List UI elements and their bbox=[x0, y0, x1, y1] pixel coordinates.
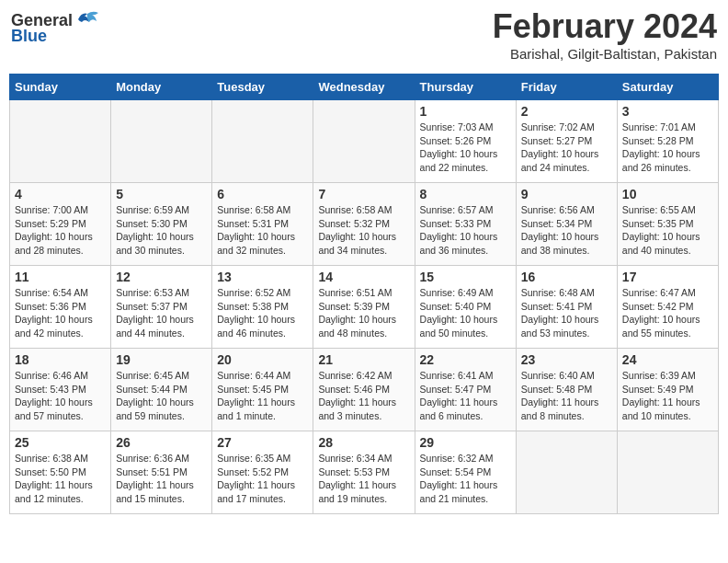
calendar-cell bbox=[516, 431, 617, 514]
day-number: 27 bbox=[217, 435, 308, 450]
day-info: Sunrise: 6:58 AM Sunset: 5:32 PM Dayligh… bbox=[318, 203, 409, 258]
calendar-cell bbox=[10, 100, 111, 183]
day-info: Sunrise: 6:56 AM Sunset: 5:34 PM Dayligh… bbox=[521, 203, 612, 258]
calendar-cell: 11Sunrise: 6:54 AM Sunset: 5:36 PM Dayli… bbox=[10, 266, 111, 349]
calendar-header-row: SundayMondayTuesdayWednesdayThursdayFrid… bbox=[10, 75, 719, 100]
day-info: Sunrise: 6:59 AM Sunset: 5:30 PM Dayligh… bbox=[116, 203, 207, 258]
day-info: Sunrise: 6:49 AM Sunset: 5:40 PM Dayligh… bbox=[420, 286, 511, 340]
calendar-cell: 13Sunrise: 6:52 AM Sunset: 5:38 PM Dayli… bbox=[212, 266, 313, 349]
day-info: Sunrise: 6:38 AM Sunset: 5:50 PM Dayligh… bbox=[15, 452, 106, 506]
calendar-cell: 15Sunrise: 6:49 AM Sunset: 5:40 PM Dayli… bbox=[415, 266, 516, 349]
day-number: 2 bbox=[521, 104, 612, 119]
day-info: Sunrise: 6:39 AM Sunset: 5:49 PM Dayligh… bbox=[622, 369, 713, 423]
day-info: Sunrise: 6:47 AM Sunset: 5:42 PM Dayligh… bbox=[622, 286, 713, 340]
day-number: 20 bbox=[217, 352, 308, 367]
calendar-cell: 16Sunrise: 6:48 AM Sunset: 5:41 PM Dayli… bbox=[516, 266, 617, 349]
day-info: Sunrise: 6:55 AM Sunset: 5:35 PM Dayligh… bbox=[622, 203, 713, 258]
title-block: February 2024 Barishal, Gilgit-Baltistan… bbox=[493, 7, 717, 62]
calendar-cell: 29Sunrise: 6:32 AM Sunset: 5:54 PM Dayli… bbox=[415, 431, 516, 514]
day-number: 16 bbox=[521, 270, 612, 284]
day-info: Sunrise: 6:52 AM Sunset: 5:38 PM Dayligh… bbox=[217, 286, 308, 340]
calendar-cell: 1Sunrise: 7:03 AM Sunset: 5:26 PM Daylig… bbox=[415, 100, 516, 183]
calendar-cell: 25Sunrise: 6:38 AM Sunset: 5:50 PM Dayli… bbox=[10, 431, 111, 514]
calendar-cell: 9Sunrise: 6:56 AM Sunset: 5:34 PM Daylig… bbox=[516, 183, 617, 266]
column-header-wednesday: Wednesday bbox=[313, 75, 415, 100]
calendar-cell: 28Sunrise: 6:34 AM Sunset: 5:53 PM Dayli… bbox=[313, 431, 415, 514]
calendar-cell: 27Sunrise: 6:35 AM Sunset: 5:52 PM Dayli… bbox=[212, 431, 313, 514]
day-number: 18 bbox=[15, 352, 106, 367]
calendar-cell: 26Sunrise: 6:36 AM Sunset: 5:51 PM Dayli… bbox=[111, 431, 212, 514]
day-number: 11 bbox=[15, 270, 106, 284]
day-info: Sunrise: 6:40 AM Sunset: 5:48 PM Dayligh… bbox=[521, 369, 612, 423]
column-header-sunday: Sunday bbox=[10, 75, 111, 100]
month-year-title: February 2024 bbox=[493, 7, 717, 46]
calendar-cell: 10Sunrise: 6:55 AM Sunset: 5:35 PM Dayli… bbox=[617, 183, 718, 266]
day-number: 6 bbox=[217, 187, 308, 201]
day-number: 5 bbox=[116, 187, 207, 201]
day-number: 1 bbox=[420, 104, 511, 119]
calendar-cell: 8Sunrise: 6:57 AM Sunset: 5:33 PM Daylig… bbox=[415, 183, 516, 266]
calendar-cell: 5Sunrise: 6:59 AM Sunset: 5:30 PM Daylig… bbox=[111, 183, 212, 266]
day-info: Sunrise: 6:46 AM Sunset: 5:43 PM Dayligh… bbox=[15, 369, 106, 423]
calendar-cell bbox=[617, 431, 718, 514]
calendar-week-row: 18Sunrise: 6:46 AM Sunset: 5:43 PM Dayli… bbox=[10, 349, 719, 431]
calendar-cell: 12Sunrise: 6:53 AM Sunset: 5:37 PM Dayli… bbox=[111, 266, 212, 349]
calendar-cell: 7Sunrise: 6:58 AM Sunset: 5:32 PM Daylig… bbox=[313, 183, 415, 266]
calendar-week-row: 1Sunrise: 7:03 AM Sunset: 5:26 PM Daylig… bbox=[10, 100, 719, 183]
day-info: Sunrise: 6:42 AM Sunset: 5:46 PM Dayligh… bbox=[318, 369, 409, 423]
day-number: 23 bbox=[521, 352, 612, 367]
day-number: 21 bbox=[318, 352, 409, 367]
calendar-cell: 21Sunrise: 6:42 AM Sunset: 5:46 PM Dayli… bbox=[313, 349, 415, 431]
day-number: 7 bbox=[318, 187, 409, 201]
day-number: 25 bbox=[15, 435, 106, 450]
day-info: Sunrise: 6:57 AM Sunset: 5:33 PM Dayligh… bbox=[420, 203, 511, 258]
day-info: Sunrise: 6:41 AM Sunset: 5:47 PM Dayligh… bbox=[420, 369, 511, 423]
column-header-tuesday: Tuesday bbox=[212, 75, 313, 100]
day-info: Sunrise: 6:45 AM Sunset: 5:44 PM Dayligh… bbox=[116, 369, 207, 423]
day-number: 15 bbox=[420, 270, 511, 284]
day-info: Sunrise: 6:53 AM Sunset: 5:37 PM Dayligh… bbox=[116, 286, 207, 340]
calendar-cell: 23Sunrise: 6:40 AM Sunset: 5:48 PM Dayli… bbox=[516, 349, 617, 431]
column-header-monday: Monday bbox=[111, 75, 212, 100]
day-info: Sunrise: 6:35 AM Sunset: 5:52 PM Dayligh… bbox=[217, 452, 308, 506]
day-number: 29 bbox=[420, 435, 511, 450]
calendar-cell: 19Sunrise: 6:45 AM Sunset: 5:44 PM Dayli… bbox=[111, 349, 212, 431]
calendar-cell: 18Sunrise: 6:46 AM Sunset: 5:43 PM Dayli… bbox=[10, 349, 111, 431]
calendar-cell: 24Sunrise: 6:39 AM Sunset: 5:49 PM Dayli… bbox=[617, 349, 718, 431]
day-number: 28 bbox=[318, 435, 409, 450]
calendar-week-row: 11Sunrise: 6:54 AM Sunset: 5:36 PM Dayli… bbox=[10, 266, 719, 349]
day-info: Sunrise: 6:32 AM Sunset: 5:54 PM Dayligh… bbox=[420, 452, 511, 506]
day-number: 4 bbox=[15, 187, 106, 201]
day-info: Sunrise: 6:48 AM Sunset: 5:41 PM Dayligh… bbox=[521, 286, 612, 340]
calendar-week-row: 25Sunrise: 6:38 AM Sunset: 5:50 PM Dayli… bbox=[10, 431, 719, 514]
column-header-friday: Friday bbox=[516, 75, 617, 100]
calendar-cell: 14Sunrise: 6:51 AM Sunset: 5:39 PM Dayli… bbox=[313, 266, 415, 349]
day-number: 10 bbox=[622, 187, 713, 201]
calendar-cell bbox=[313, 100, 415, 183]
calendar-cell: 3Sunrise: 7:01 AM Sunset: 5:28 PM Daylig… bbox=[617, 100, 718, 183]
day-number: 26 bbox=[116, 435, 207, 450]
calendar-cell: 22Sunrise: 6:41 AM Sunset: 5:47 PM Dayli… bbox=[415, 349, 516, 431]
day-number: 12 bbox=[116, 270, 207, 284]
day-number: 24 bbox=[622, 352, 713, 367]
day-info: Sunrise: 6:54 AM Sunset: 5:36 PM Dayligh… bbox=[15, 286, 106, 340]
logo-block: General Blue bbox=[11, 11, 98, 46]
day-info: Sunrise: 6:44 AM Sunset: 5:45 PM Dayligh… bbox=[217, 369, 308, 423]
day-info: Sunrise: 6:36 AM Sunset: 5:51 PM Dayligh… bbox=[116, 452, 207, 506]
day-info: Sunrise: 6:34 AM Sunset: 5:53 PM Dayligh… bbox=[318, 452, 409, 506]
day-info: Sunrise: 6:58 AM Sunset: 5:31 PM Dayligh… bbox=[217, 203, 308, 258]
calendar-week-row: 4Sunrise: 7:00 AM Sunset: 5:29 PM Daylig… bbox=[10, 183, 719, 266]
calendar-cell: 20Sunrise: 6:44 AM Sunset: 5:45 PM Dayli… bbox=[212, 349, 313, 431]
day-info: Sunrise: 7:01 AM Sunset: 5:28 PM Dayligh… bbox=[622, 121, 713, 175]
location-subtitle: Barishal, Gilgit-Baltistan, Pakistan bbox=[493, 46, 717, 62]
day-info: Sunrise: 7:02 AM Sunset: 5:27 PM Dayligh… bbox=[521, 121, 612, 175]
day-number: 3 bbox=[622, 104, 713, 119]
column-header-saturday: Saturday bbox=[617, 75, 718, 100]
calendar-cell bbox=[111, 100, 212, 183]
day-number: 22 bbox=[420, 352, 511, 367]
day-number: 13 bbox=[217, 270, 308, 284]
day-info: Sunrise: 6:51 AM Sunset: 5:39 PM Dayligh… bbox=[318, 286, 409, 340]
logo-text-blue: Blue bbox=[11, 27, 98, 46]
calendar-table: SundayMondayTuesdayWednesdayThursdayFrid… bbox=[9, 74, 719, 514]
column-header-thursday: Thursday bbox=[415, 75, 516, 100]
